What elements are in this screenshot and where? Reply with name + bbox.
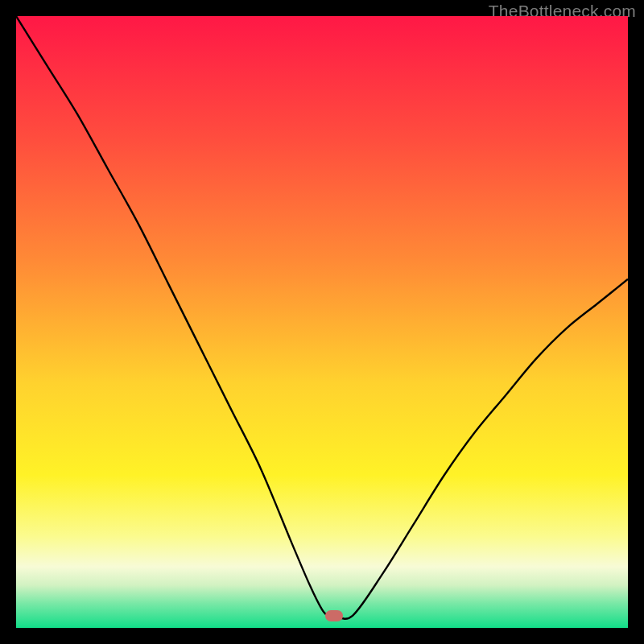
plot-area (16, 16, 628, 628)
target-marker (325, 610, 343, 621)
chart-frame: TheBottleneck.com (0, 0, 644, 644)
bottleneck-curve (16, 16, 628, 628)
curve-path (16, 16, 628, 619)
